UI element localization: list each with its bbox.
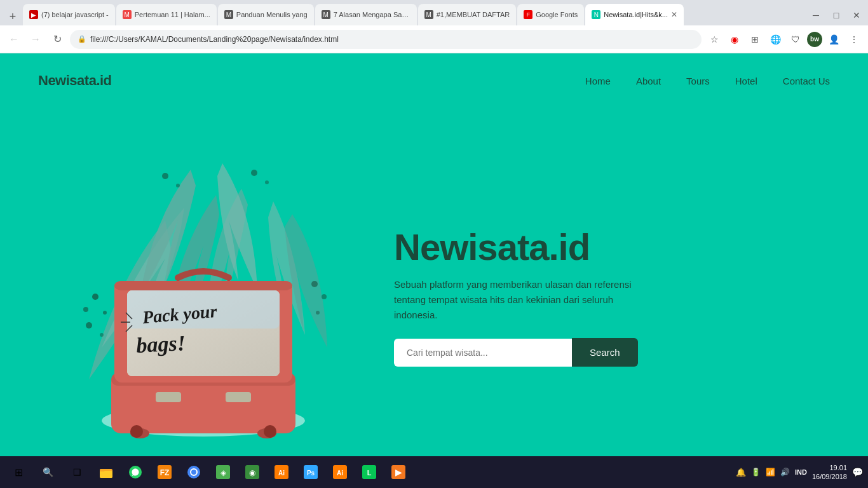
svg-point-8 [162, 173, 168, 179]
taskbar: ⊞ 🔍 ❑ FZ ◈ ◉ Ai Ps Ai L [0, 456, 868, 488]
nav-contact[interactable]: Contact Us [783, 76, 830, 86]
account-button[interactable]: 👤 [825, 30, 843, 48]
address-bar: ← → ↻ 🔒 file:///C:/Users/KAMAL/Documents… [0, 25, 868, 53]
svg-point-3 [86, 322, 92, 329]
svg-point-2 [103, 311, 107, 315]
taskbar-language: IND [795, 468, 807, 476]
taskbar-notification-icon: 🔔 [736, 468, 746, 477]
svg-rect-34 [100, 469, 105, 471]
tab-1[interactable]: ▶ (7) belajar javascript - [23, 4, 115, 25]
app-green1-button[interactable]: ◈ [210, 459, 236, 485]
tab-label-1: (7) belajar javascript - [41, 11, 109, 18]
window-minimize-button[interactable]: ─ [808, 8, 824, 23]
taskbar-time-value: 19.01 [812, 463, 847, 472]
illustrator-button[interactable]: Ai [268, 459, 295, 485]
tab-5[interactable]: M #1,MEMBUAT DAFTAR [418, 4, 517, 25]
tab-6[interactable]: F Google Fonts [517, 4, 584, 25]
profile-icon[interactable]: bw [807, 32, 822, 47]
url-bar[interactable]: 🔒 file:///C:/Users/KAMAL/Documents/Landi… [70, 30, 702, 49]
svg-text:FZ: FZ [160, 468, 170, 477]
shield-button[interactable]: 🛡 [787, 30, 804, 48]
back-button[interactable]: ← [5, 30, 23, 48]
search-bar: Search [394, 338, 830, 367]
taskbar-wifi-icon: 📶 [766, 468, 775, 477]
hero-section: Pack your bags! Newisata.id Sebuah platf… [0, 102, 868, 479]
tab-label-3: Panduan Menulis yang [236, 11, 308, 18]
vlc-button[interactable]: ▶ [385, 459, 412, 485]
app-green2-button[interactable]: ◉ [239, 459, 266, 485]
svg-point-5 [311, 281, 318, 287]
taskbar-battery-icon: 🔋 [751, 468, 761, 477]
svg-point-9 [176, 184, 180, 187]
svg-point-20 [264, 425, 276, 438]
new-tab-button[interactable]: + [4, 8, 22, 25]
tab-label-6: Google Fonts [536, 11, 578, 18]
tab-label-2: Pertemuan 11 | Halam... [135, 11, 210, 18]
vpn-button[interactable]: 🌐 [766, 30, 784, 48]
notification-center-icon[interactable]: 💬 [852, 467, 863, 477]
tab-3[interactable]: M Panduan Menulis yang [218, 4, 314, 25]
nav-tours[interactable]: Tours [686, 76, 710, 86]
extension-button[interactable]: ⊞ [746, 30, 764, 48]
tab-favicon-6: F [524, 10, 532, 19]
tab-bar: + ▶ (7) belajar javascript - M Pertemuan… [0, 0, 868, 25]
taskbar-search-button[interactable]: 🔍 [34, 459, 61, 485]
toolbar-icons: ☆ ◉ ⊞ 🌐 🛡 bw 👤 ⋮ [705, 30, 863, 48]
opera-icon[interactable]: ◉ [726, 30, 743, 48]
nav-home[interactable]: Home [585, 76, 611, 86]
site-navigation: Newisata.id Home About Tours Hotel Conta… [0, 53, 868, 102]
url-text: file:///C:/Users/KAMAL/Documents/Landing… [90, 35, 694, 44]
search-input[interactable] [394, 339, 572, 367]
nav-about[interactable]: About [636, 76, 661, 86]
svg-rect-16 [226, 392, 251, 402]
menu-button[interactable]: ⋮ [845, 30, 863, 48]
photoshop-button[interactable]: Ps [297, 459, 324, 485]
search-button[interactable]: Search [572, 338, 638, 367]
nav-links: Home About Tours Hotel Contact Us [585, 76, 830, 86]
tab-4[interactable]: M 7 Alasan Mengapa Say... [315, 4, 417, 25]
lock-icon: 🔒 [78, 35, 86, 43]
website-content: Newisata.id Home About Tours Hotel Conta… [0, 53, 868, 488]
taskbar-volume-icon: 🔊 [780, 468, 790, 477]
svg-point-4 [100, 333, 104, 337]
hero-title: Newisata.id [394, 227, 830, 268]
tab-close-button[interactable]: ✕ [671, 10, 677, 19]
tab-7-active[interactable]: N Newisata.id|Hits&k... ✕ [585, 4, 684, 25]
line-button[interactable]: L [356, 459, 383, 485]
svg-point-40 [191, 470, 196, 475]
chrome-button[interactable] [180, 459, 207, 485]
svg-text:L: L [367, 469, 372, 477]
svg-point-1 [83, 307, 88, 312]
browser-window: + ▶ (7) belajar javascript - M Pertemuan… [0, 0, 868, 488]
svg-rect-26 [114, 281, 292, 290]
hero-illustration: Pack your bags! [38, 144, 369, 449]
svg-text:◈: ◈ [220, 468, 227, 477]
task-view-button[interactable]: ❑ [64, 459, 90, 485]
window-close-button[interactable]: ✕ [849, 8, 864, 23]
nav-hotel[interactable]: Hotel [735, 76, 757, 86]
tab-label-7: Newisata.id|Hits&k... [604, 11, 668, 18]
bookmark-button[interactable]: ☆ [705, 30, 723, 48]
forward-button[interactable]: → [27, 30, 44, 48]
tab-favicon-4: M [322, 10, 330, 19]
svg-point-19 [130, 425, 143, 438]
window-maximize-button[interactable]: □ [829, 8, 844, 23]
tab-favicon-3: M [224, 10, 233, 19]
svg-text:Ai: Ai [278, 470, 285, 477]
hero-content: Newisata.id Sebuah platform yang memberi… [369, 227, 830, 367]
svg-text:◉: ◉ [249, 468, 255, 477]
whatsapp-button[interactable] [122, 459, 149, 485]
svg-point-10 [251, 170, 257, 176]
taskbar-right: 🔔 🔋 📶 🔊 IND 19.01 16/09/2018 💬 [736, 463, 863, 482]
svg-text:Ai: Ai [337, 470, 343, 477]
tab-2[interactable]: M Pertemuan 11 | Halam... [116, 4, 217, 25]
reload-button[interactable]: ↻ [48, 30, 66, 48]
filezilla-button[interactable]: FZ [151, 459, 178, 485]
illustrator2-button[interactable]: Ai [327, 459, 353, 485]
tab-favicon-7: N [592, 10, 600, 19]
start-button[interactable]: ⊞ [5, 459, 32, 485]
svg-text:▶: ▶ [395, 467, 402, 477]
svg-text:bags!: bags! [135, 331, 186, 357]
svg-text:Ps: Ps [307, 470, 315, 477]
file-explorer-button[interactable] [93, 459, 119, 485]
